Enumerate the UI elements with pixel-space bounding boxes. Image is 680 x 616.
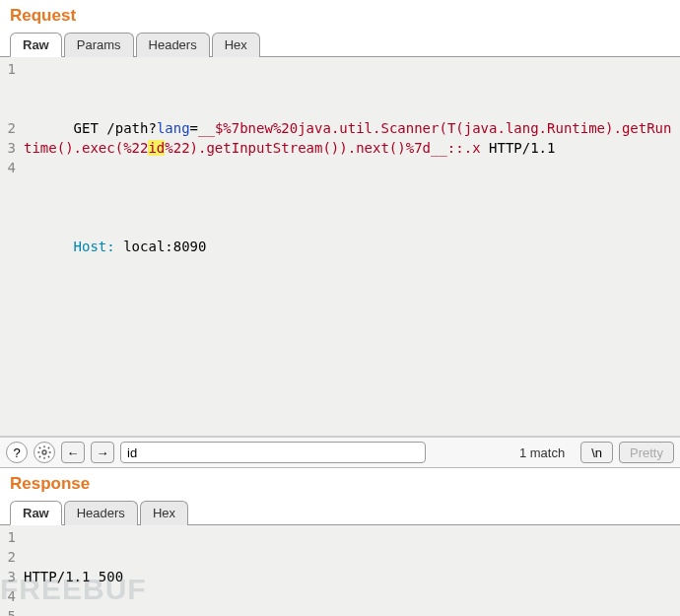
spel-highlight: id — [148, 140, 165, 156]
response-editor[interactable]: 1 2 3 4 5 6 7 8 HTTP/1.1 500 Content-Typ… — [0, 525, 680, 616]
resp-tab-raw[interactable]: Raw — [10, 501, 62, 525]
spel-part2: %22).getInputStream()).next()%7d__::.x — [165, 140, 480, 156]
http-path-prefix: /path? — [106, 120, 157, 136]
request-editor[interactable]: 1 2 3 4 GET /path?lang=__$%7bnew%20java.… — [0, 57, 680, 437]
svg-point-0 — [42, 450, 46, 454]
tab-headers[interactable]: Headers — [136, 33, 210, 57]
tab-params[interactable]: Params — [64, 33, 134, 57]
http-proto: HTTP/1.1 — [481, 140, 556, 156]
gear-icon[interactable] — [34, 442, 55, 463]
host-header-key: Host: — [74, 239, 115, 254]
response-tabs: Raw Headers Hex — [0, 500, 680, 525]
http-method: GET — [74, 120, 107, 136]
resp-tab-headers[interactable]: Headers — [64, 501, 138, 525]
response-code[interactable]: HTTP/1.1 500 Content-Type: application/j… — [20, 525, 680, 616]
tab-raw[interactable]: Raw — [10, 33, 62, 57]
search-input[interactable] — [120, 442, 426, 463]
search-toolbar: ? ← → 1 match \n Pretty — [0, 437, 680, 468]
request-tabs: Raw Params Headers Hex — [0, 32, 680, 57]
response-title: Response — [0, 468, 680, 496]
request-code[interactable]: GET /path?lang=__$%7bnew%20java.util.Sca… — [20, 57, 680, 436]
help-button[interactable]: ? — [6, 442, 28, 463]
pretty-button[interactable]: Pretty — [619, 442, 674, 463]
request-gutter: 1 2 3 4 — [0, 57, 20, 436]
http-param: lang — [157, 120, 190, 136]
host-header-value: local:8090 — [115, 239, 207, 254]
resp-tab-hex[interactable]: Hex — [140, 501, 188, 525]
newline-toggle[interactable]: \n — [580, 442, 613, 463]
response-gutter: 1 2 3 4 5 6 7 8 — [0, 525, 20, 616]
match-count: 1 match — [519, 445, 565, 460]
status-line: HTTP/1.1 500 — [24, 569, 123, 584]
back-button[interactable]: ← — [61, 442, 85, 463]
http-equals: = — [190, 120, 198, 136]
tab-hex[interactable]: Hex — [212, 33, 260, 57]
forward-button[interactable]: → — [91, 442, 114, 463]
request-title: Request — [0, 0, 680, 28]
